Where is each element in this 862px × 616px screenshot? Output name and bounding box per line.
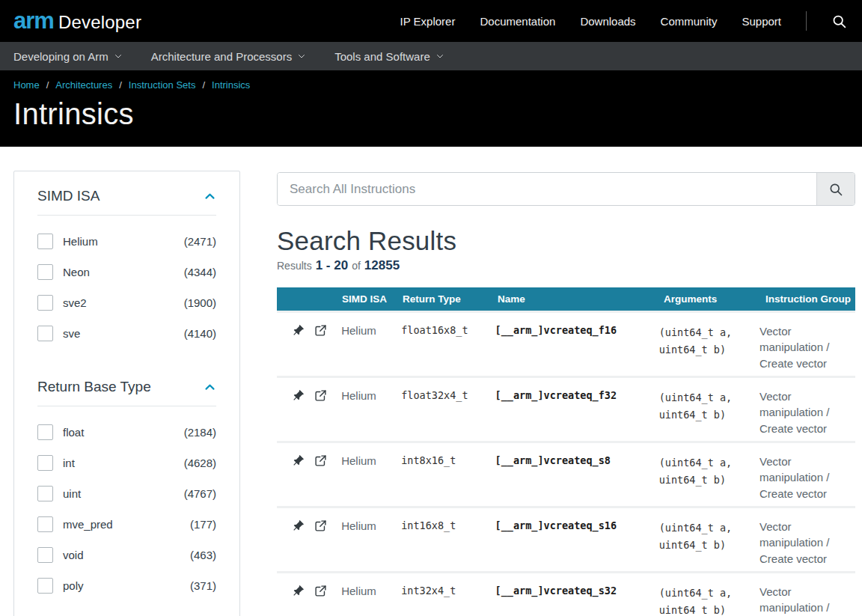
- nav-support[interactable]: Support: [742, 15, 781, 28]
- table-row: Helium float32x4_t [__arm_]vcreateq_f32 …: [277, 378, 855, 441]
- results-count-line: Results 1 - 20 of 12855: [277, 258, 855, 273]
- breadcrumb-instruction-sets[interactable]: Instruction Sets: [129, 79, 196, 91]
- subnav-developing-on-arm[interactable]: Developing on Arm: [13, 50, 123, 63]
- subnav-label: Developing on Arm: [13, 50, 108, 63]
- checkbox-float[interactable]: [37, 424, 53, 440]
- pin-icon[interactable]: [291, 517, 305, 533]
- arm-logo-text: arm: [13, 9, 54, 32]
- header-divider: [806, 11, 807, 31]
- option-label: int: [63, 457, 75, 469]
- results-main: Search Results Results 1 - 20 of 12855 S…: [277, 172, 855, 616]
- pin-icon[interactable]: [291, 582, 305, 598]
- checkbox-sve[interactable]: [37, 326, 53, 341]
- column-header-arguments: Arguments: [664, 293, 765, 305]
- filter-option-sve2: sve2 (1900): [37, 294, 216, 311]
- chevron-down-icon: [114, 52, 123, 61]
- external-link-icon[interactable]: [314, 517, 327, 532]
- filter-option-uint: uint (4767): [37, 485, 216, 501]
- option-label: sve2: [63, 296, 87, 309]
- filter-section-simd-isa: SIMD ISA Helium (2471) Neon (4344) sve2 …: [37, 188, 216, 341]
- option-label: sve: [63, 327, 80, 340]
- cell-arguments: (uint64_t a, uint64_t b): [659, 452, 759, 506]
- column-header-name: Name: [498, 293, 664, 305]
- filter-section-return-base-type: Return Base Type float (2184) int (4628)…: [37, 379, 216, 594]
- breadcrumb: Home / Architectures / Instruction Sets …: [13, 77, 849, 91]
- cell-return-type: float32x4_t: [401, 387, 495, 441]
- checkbox-neon[interactable]: [37, 264, 53, 280]
- external-link-icon[interactable]: [314, 387, 327, 402]
- breadcrumb-intrinsics[interactable]: Intrinsics: [212, 79, 250, 91]
- filter-option-void: void (463): [37, 546, 216, 563]
- checkbox-sve2[interactable]: [37, 295, 53, 311]
- table-header-row: SIMD ISA Return Type Name Arguments Inst…: [277, 287, 855, 311]
- search-input[interactable]: [278, 173, 816, 205]
- top-nav: IP Explorer Documentation Downloads Comm…: [400, 11, 847, 31]
- chevron-up-icon: [204, 190, 216, 203]
- breadcrumb-home[interactable]: Home: [13, 79, 40, 91]
- arm-developer-logo[interactable]: arm Developer: [13, 9, 141, 33]
- breadcrumb-architectures[interactable]: Architectures: [55, 79, 112, 91]
- developer-logo-text: Developer: [58, 12, 141, 33]
- option-label: float: [63, 426, 84, 439]
- cell-name: [__arm_]vcreateq_f32: [495, 387, 659, 441]
- external-link-icon[interactable]: [314, 582, 327, 597]
- cell-return-type: int16x8_t: [401, 517, 495, 571]
- filter-section-toggle-return-base-type[interactable]: Return Base Type: [37, 379, 216, 395]
- option-count: (1900): [184, 296, 216, 309]
- subnav-architecture-processors[interactable]: Architecture and Processors: [151, 50, 306, 63]
- secondary-nav: Developing on Arm Architecture and Proce…: [0, 42, 862, 70]
- cell-simd-isa: Helium: [341, 517, 401, 571]
- checkbox-uint[interactable]: [37, 486, 53, 501]
- header-search-icon[interactable]: [831, 13, 847, 29]
- subnav-tools-software[interactable]: Tools and Software: [334, 50, 444, 63]
- option-label: poly: [63, 579, 84, 592]
- checkbox-mve-pred[interactable]: [37, 516, 53, 532]
- option-label: void: [63, 549, 84, 561]
- top-header: arm Developer IP Explorer Documentation …: [0, 0, 862, 42]
- results-of-label: of: [352, 260, 361, 272]
- option-label: uint: [63, 487, 81, 500]
- checkbox-void[interactable]: [37, 547, 53, 563]
- nav-downloads[interactable]: Downloads: [580, 15, 635, 28]
- cell-instruction-group: Vector manipulation / Create vector: [759, 452, 851, 501]
- filter-option-helium: Helium (2471): [37, 233, 216, 249]
- search-button[interactable]: [816, 173, 855, 205]
- filter-option-int: int (4628): [37, 454, 216, 471]
- option-count: (2471): [184, 235, 216, 248]
- filter-option-mve-pred: mve_pred (177): [37, 516, 216, 532]
- subnav-label: Tools and Software: [334, 50, 430, 63]
- divider: [37, 406, 216, 406]
- breadcrumb-separator: /: [46, 79, 49, 91]
- table-row: Helium float16x8_t [__arm_]vcreateq_f16 …: [277, 313, 855, 376]
- nav-community[interactable]: Community: [661, 15, 718, 28]
- nav-documentation[interactable]: Documentation: [480, 15, 555, 28]
- checkbox-poly[interactable]: [37, 578, 53, 594]
- option-count: (4628): [184, 457, 216, 469]
- breadcrumb-separator: /: [202, 79, 205, 91]
- external-link-icon[interactable]: [314, 322, 327, 337]
- nav-ip-explorer[interactable]: IP Explorer: [400, 15, 456, 28]
- filter-option-sve: sve (4140): [37, 325, 216, 341]
- option-count: (371): [190, 579, 216, 592]
- cell-instruction-group: Vector manipulation / Create vector: [759, 517, 851, 567]
- cell-instruction-group: Vector manipulation / Create vector: [759, 387, 851, 436]
- filter-section-toggle-simd-isa[interactable]: SIMD ISA: [37, 188, 216, 204]
- pin-icon[interactable]: [291, 387, 305, 403]
- pin-icon[interactable]: [291, 452, 305, 468]
- cell-return-type: int32x4_t: [401, 582, 495, 616]
- option-count: (4344): [184, 266, 216, 278]
- option-label: Helium: [63, 235, 98, 248]
- hero-band: Home / Architectures / Instruction Sets …: [0, 70, 862, 147]
- pin-icon[interactable]: [291, 322, 305, 338]
- cell-name: [__arm_]vcreateq_s8: [495, 452, 659, 506]
- checkbox-int[interactable]: [37, 455, 53, 471]
- filter-sidebar: SIMD ISA Helium (2471) Neon (4344) sve2 …: [13, 171, 240, 616]
- filter-section-title: SIMD ISA: [37, 188, 100, 204]
- checkbox-helium[interactable]: [37, 234, 53, 249]
- cell-arguments: (uint64_t a, uint64_t b): [659, 322, 759, 376]
- cell-simd-isa: Helium: [341, 452, 401, 506]
- cell-arguments: (uint64_t a, uint64_t b): [659, 517, 759, 571]
- table-row: Helium int32x4_t [__arm_]vcreateq_s32 (u…: [277, 573, 855, 616]
- results-prefix: Results: [277, 260, 312, 272]
- external-link-icon[interactable]: [314, 452, 327, 467]
